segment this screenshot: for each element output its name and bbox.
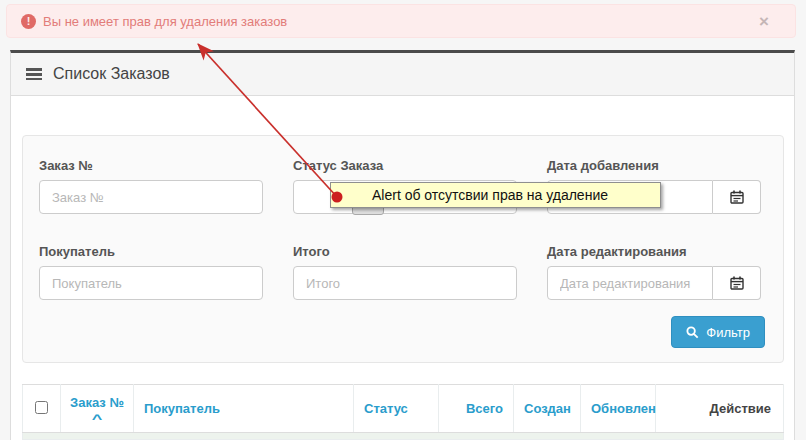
- filter-button[interactable]: Фильтр: [671, 316, 765, 348]
- column-created[interactable]: Создан: [514, 385, 581, 433]
- date-modified-calendar-button[interactable]: [713, 266, 761, 300]
- orders-table: Заказ № ^ Покупатель Статус Всего Создан…: [22, 384, 784, 440]
- orders-panel: Список Заказов Заказ № Статус Заказа Дат…: [10, 50, 795, 440]
- page-title: Список Заказов: [53, 65, 170, 83]
- filter-button-label: Фильтр: [706, 325, 750, 340]
- column-total[interactable]: Всего: [439, 385, 514, 433]
- calendar-icon: [729, 275, 745, 291]
- total-label: Итого: [293, 244, 517, 259]
- orders-admin-page: ! Вы не имеет прав для удаления заказов …: [0, 0, 806, 440]
- date-modified-label: Дата редактирования: [547, 244, 761, 259]
- filter-well: Заказ № Статус Заказа Дата добавления: [22, 135, 784, 363]
- customer-input[interactable]: [39, 266, 263, 300]
- sort-asc-icon: ^: [49, 415, 145, 423]
- order-status-label: Статус Заказа: [293, 158, 517, 173]
- date-added-calendar-button[interactable]: [713, 180, 761, 214]
- column-updated[interactable]: Обновлен: [581, 385, 656, 433]
- alert-text: Вы не имеет прав для удаления заказов: [43, 14, 287, 29]
- column-customer[interactable]: Покупатель: [134, 385, 354, 433]
- date-added-label: Дата добавления: [547, 158, 761, 173]
- column-status[interactable]: Статус: [354, 385, 439, 433]
- close-icon[interactable]: ×: [759, 13, 781, 30]
- annotation-tooltip: Alert об отсутсвии прав на удаление: [330, 182, 661, 208]
- column-order-id[interactable]: Заказ № ^: [61, 385, 134, 433]
- date-modified-input[interactable]: [547, 266, 713, 300]
- search-icon: [686, 326, 699, 339]
- column-action: Действие: [656, 385, 784, 433]
- table-header-row: Заказ № ^ Покупатель Статус Всего Создан…: [23, 385, 784, 433]
- select-all-checkbox[interactable]: [35, 401, 48, 414]
- annotation-text: Alert об отсутсвии прав на удаление: [372, 187, 608, 203]
- list-icon: [26, 68, 42, 80]
- total-input[interactable]: [293, 266, 517, 300]
- no-permission-alert: ! Вы не имеет прав для удаления заказов …: [6, 4, 796, 38]
- table-row: [22, 433, 784, 440]
- customer-label: Покупатель: [39, 244, 263, 259]
- calendar-icon: [729, 189, 745, 205]
- order-id-label: Заказ №: [39, 158, 263, 173]
- panel-header: Список Заказов: [11, 53, 794, 96]
- order-id-input[interactable]: [39, 180, 263, 214]
- exclamation-circle-icon: !: [21, 14, 36, 29]
